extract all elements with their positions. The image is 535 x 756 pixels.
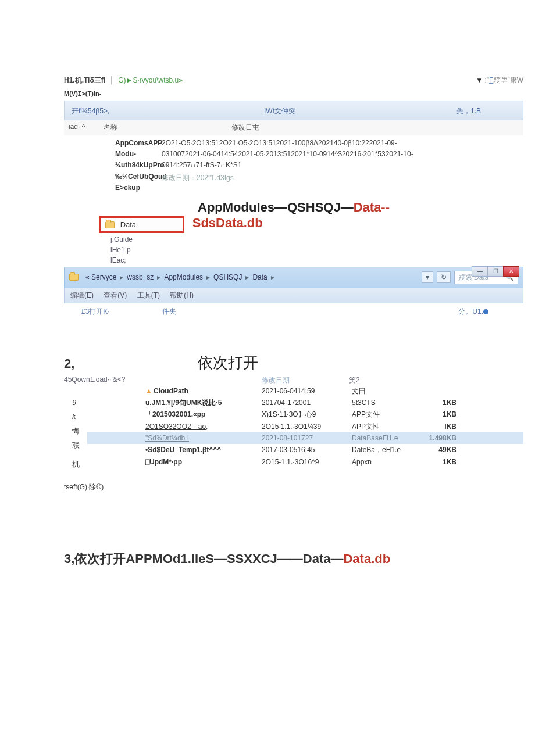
file-size: 1.498KB [422,432,456,444]
sep: │ [109,76,114,84]
folder-label: Data [120,220,136,229]
maximize-button[interactable]: ☐ [487,266,504,277]
window-buttons: — ☐ ✕ [472,266,519,277]
file-date: 2017-03-0516:45 [262,444,352,456]
file-type: DateBa，eH1.e [352,444,422,456]
status-dot-icon [483,309,488,314]
toolbar-mid[interactable]: IWt文仲突 [264,101,456,120]
table-row[interactable]: 2O1SO32OO2—ao,2O15·1.1.·3O1¼39APP文性IKB [87,421,523,432]
section-3: 3,依次打开APPMOd1.IIeS—SSXXCJ——Data—Data.db [64,550,523,568]
table-row[interactable]: ▲CloudPath2021-06-0414:59文田 [87,385,523,397]
list-item[interactable]: ¼uth84kUpPro [115,160,162,171]
sidebar: 9 k 悔 联 机 [64,385,87,472]
toolbar-right[interactable]: 先，1.B [456,101,516,120]
file-size: 1KB [422,409,456,420]
file-type: 5t3CTS [352,397,422,409]
status-right: 分。U1. [458,307,512,317]
title-part-a: H1.机.Tiδ三fi [64,76,105,84]
minimize-button[interactable]: — [472,266,488,277]
step-3-text: 3,依次打开APPMOd1.IIeS—SSXXCJ——Data—Data.db [64,550,523,568]
file-date: X)1S·11·3O】心9 [262,409,352,420]
col-type[interactable]: 笑2 [349,375,419,385]
step-number: 2, [64,356,198,371]
toolbar-open[interactable]: 开fi¼54β5>, [72,101,264,120]
col-modified[interactable]: 修改日期 [262,375,349,385]
menu-view[interactable]: 查看(V) [104,291,127,299]
table-row[interactable]: 「2015032001.«ppX)1S·11·3O】心9APP文件1KB [87,409,523,420]
list-item[interactable]: Modu- [115,149,162,160]
list-item[interactable]: E>ckup [115,182,162,194]
col-icon[interactable]: iad· ^ [69,123,104,132]
menu-help[interactable]: 帮助(H) [170,291,194,299]
chevron-right-icon: ▸ [271,273,274,281]
table-row[interactable]: "Sd¾Drt¼db I2021-08-101727DataBaseFi1.e1… [87,432,523,444]
toolbar: 开fi¼54β5>, IWt文仲突 先，1.B [64,101,523,120]
dropdown-icon[interactable]: ▼ [476,76,483,84]
file-date: 2O15·1.1.·3O1¼39 [262,421,352,432]
file-size: 49KB [422,444,456,456]
file-size [422,385,456,397]
file-type: APP文性 [352,421,422,432]
file-date: 2021-06-0414:59 [262,385,352,397]
dropdown-button[interactable]: ▾ [422,271,433,283]
file-name: u.JM1.¥[/9旬UMK说比·5 [87,397,262,409]
status-bar: £3打开K· 件夹 分。U1. [64,303,523,320]
menu-line[interactable]: M(V)Σ>(T)In- [64,90,523,97]
list-item[interactable]: lEac; [110,255,523,266]
caret-up-icon: ▲ [145,387,152,395]
chevron-right-icon: ▸ [157,273,160,281]
status-mid: 件夹 [162,307,176,317]
footer-text: tseft(G)·除©) [64,482,523,492]
file-size: 1KB [422,456,456,468]
folder-icon [69,274,79,281]
col-name[interactable]: 名称 [104,123,231,132]
file-table: ▲CloudPath2021-06-0414:59文田u.JM1.¥[/9旬UM… [87,385,523,472]
chevron-right-icon: ▸ [120,273,123,281]
column-header: iad· ^ 名称 修改日屯 [64,120,523,135]
table-row[interactable]: ⎕UpdM*·pp2O15-1.1.·3O16^9Appxn1KB [87,456,523,468]
folder-icon [105,221,115,228]
status-left: £3打开K· [81,307,110,317]
column-header: 45Qown1.oad··'&<? 修改日期 笑2 [64,375,523,385]
refresh-button[interactable]: ↻ [437,271,451,283]
chevron-right-icon: ▸ [206,273,210,281]
file-type: Appxn [352,456,422,468]
menu-tools[interactable]: 工具(T) [137,291,160,299]
file-name: 2O1SO32OO2—ao, [87,421,262,432]
breadcrumb[interactable]: « Servyce ▸ wssb_sz ▸ AppModules ▸ QSHSQ… [69,271,518,284]
file-date: 201704-172001 [262,397,352,409]
col-modified[interactable]: 修改日屯 [231,123,519,132]
search-hint: ▼ :"F嗖里"康W [476,76,523,85]
sublist: j.Guide iHe1.p lEac; [110,234,523,266]
list-item[interactable]: iHe1.p [110,245,523,255]
file-type: 文田 [352,385,422,397]
file-size: IKB [422,421,456,432]
file-type: APP文件 [352,409,422,420]
step-title: 依次打开 [198,353,258,373]
highlighted-folder-row: Data SdsData.db [99,215,523,233]
explorer-window: — ☐ ✕ « Servyce ▸ wssb_sz ▸ AppModules ▸… [64,267,523,288]
table-row[interactable]: •Sd$DeU_Temp1.βt^^^2017-03-0516:45DateBa… [87,444,523,456]
file-list: AppComsAPP Modu- ¼uth84kUpPro ‰¾CefUbQou… [64,135,523,196]
list-item[interactable]: ‰¾CefUbQoud [115,171,162,182]
list-item[interactable]: AppComsAPP [115,138,162,149]
chevron-right-icon: ▸ [245,273,249,281]
close-button[interactable]: ✕ [503,266,519,277]
file-type: DataBaseFi1.e [352,432,422,444]
file-date: 2021-08-101727 [262,432,352,444]
file-names: AppComsAPP Modu- ¼uth84kUpPro ‰¾CefUbQou… [69,138,162,194]
table-row[interactable]: u.JM1.¥[/9旬UMK说比·5201704-1720015t3CTS1KB [87,397,523,409]
list-item[interactable]: j.Guide [110,234,523,245]
file-name: "Sd¾Drt¼db I [87,432,262,444]
title-part-b: G)►S·rvyou\wtsb.u» [118,76,183,84]
folder-highlight[interactable]: Data [99,216,184,233]
header-line: H1.机.Tiδ三fi │ G)►S·rvyou\wtsb.u» ▼ :"F嗖里… [64,76,523,85]
modified-label: 修改日期：202"1.d3Igs [162,173,519,184]
file-size: 1KB [422,397,456,409]
file-name: ▲CloudPath [87,385,262,397]
sub-label: 45Qown1.oad··'&<? [64,375,262,385]
file-name: •Sd$DeU_Temp1.βt^^^ [87,444,262,456]
file-name: 「2015032001.«pp [87,409,262,420]
menu-bar: 编辑(E) 查看(V) 工具(T) 帮助(H) [64,288,523,303]
menu-edit[interactable]: 编辑(E) [70,291,94,299]
